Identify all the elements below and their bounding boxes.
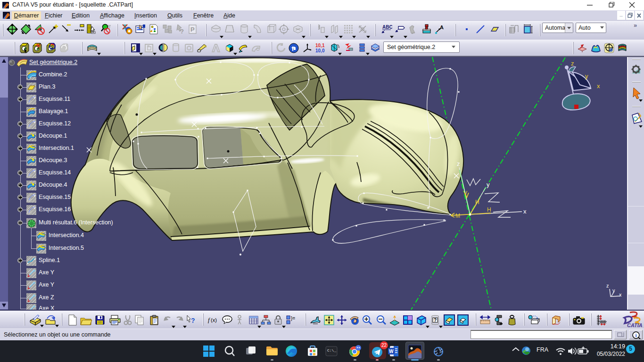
svg-text:H: H xyxy=(487,206,491,213)
svg-text:x: x xyxy=(523,208,527,215)
svg-text:i: i xyxy=(635,332,636,338)
svg-text:V: V xyxy=(463,190,467,197)
svg-text:10,1: 10,1 xyxy=(315,43,325,48)
svg-text:10,0: 10,0 xyxy=(315,48,325,53)
svg-text:P: P xyxy=(190,26,195,33)
svg-text:x: x xyxy=(619,292,622,297)
svg-text:x: x xyxy=(597,82,600,90)
svg-text:y: y xyxy=(487,181,490,188)
svg-text:?: ? xyxy=(434,318,437,323)
svg-text:CATIA: CATIA xyxy=(627,322,642,328)
svg-text:}=: }= xyxy=(291,316,295,321)
svg-text:W: W xyxy=(389,349,394,354)
svg-text:ABC: ABC xyxy=(382,25,392,30)
svg-text:H: H xyxy=(475,199,479,206)
svg-text:y: y xyxy=(612,288,615,293)
svg-text:y: y xyxy=(585,73,588,80)
svg-text:z: z xyxy=(571,60,574,67)
svg-text:?: ? xyxy=(191,317,195,324)
svg-text:z: z xyxy=(457,160,460,167)
svg-text:A: A xyxy=(440,25,444,30)
svg-text:M: M xyxy=(455,213,460,219)
svg-text:?: ? xyxy=(180,28,184,35)
svg-text:z: z xyxy=(606,283,609,288)
svg-text:(x): (x) xyxy=(211,317,217,323)
svg-text:C:\_: C:\_ xyxy=(327,348,336,353)
